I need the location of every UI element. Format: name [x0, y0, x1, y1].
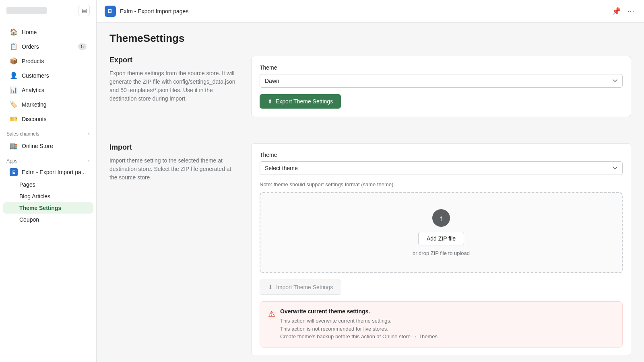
orders-icon: 📋	[10, 43, 18, 50]
sales-channels-section[interactable]: Sales channels ›	[0, 126, 96, 138]
topbar-title: ExIm - Export Import pages	[120, 8, 188, 14]
sales-channels-label: Sales channels	[6, 131, 39, 137]
main-content: ThemeSettings Export Export theme settin…	[97, 23, 644, 362]
exim-app-icon: E	[10, 168, 18, 176]
export-theme-select[interactable]: Dawn Debut Brooklyn Narrative	[260, 74, 623, 88]
orders-badge: 5	[78, 43, 87, 50]
sidebar-item-discounts-label: Discounts	[22, 116, 46, 122]
topbar: EI ExIm - Export Import pages 📌 ⋯	[97, 0, 644, 23]
sidebar-item-theme-settings-label: Theme Settings	[19, 205, 61, 211]
sidebar-nav: 🏠 Home 📋 Orders 5 📦 Products 👤 Customers…	[0, 21, 96, 229]
import-theme-select[interactable]: Select theme Dawn Debut Brooklyn	[260, 161, 623, 175]
sidebar-item-marketing[interactable]: 🏷️ Marketing	[3, 97, 93, 111]
apps-section[interactable]: Apps ›	[0, 153, 96, 165]
export-heading: Export	[109, 56, 238, 64]
sidebar-item-blog-articles[interactable]: Blog Articles	[3, 191, 93, 202]
sidebar-item-home[interactable]: 🏠 Home	[3, 25, 93, 39]
analytics-icon: 📊	[10, 86, 18, 94]
import-info: Import Import theme setting to the selec…	[109, 143, 238, 356]
export-button-icon: ⬆	[268, 98, 272, 105]
sidebar-item-theme-settings[interactable]: Theme Settings	[3, 202, 93, 214]
warning-title: Overwrite current theme settings.	[280, 308, 438, 315]
sidebar-item-customers-label: Customers	[22, 72, 49, 79]
add-zip-button[interactable]: Add ZIP file	[418, 232, 464, 245]
import-description: Import theme setting to the selected the…	[109, 156, 238, 182]
sidebar-item-marketing-label: Marketing	[22, 101, 46, 108]
warning-content: Overwrite current theme settings. This a…	[280, 308, 438, 341]
sidebar-item-exim-label: ExIm - Export Import pa...	[22, 169, 86, 175]
warning-header: ⚠ Overwrite current theme settings. This…	[268, 308, 614, 341]
sidebar-item-online-store-label: Online Store	[22, 143, 53, 149]
import-section: Import Import theme setting to the selec…	[109, 143, 631, 356]
import-button-icon: ⬇	[268, 284, 273, 290]
export-info: Export Export theme settings from the so…	[109, 56, 238, 117]
export-card: Theme Dawn Debut Brooklyn Narrative ⬆ Ex…	[251, 56, 631, 117]
import-theme-label: Theme	[260, 152, 623, 158]
marketing-icon: 🏷️	[10, 101, 18, 108]
topbar-app-icon: EI	[105, 6, 116, 17]
sidebar-item-customers[interactable]: 👤 Customers	[3, 68, 93, 82]
sidebar-item-analytics[interactable]: 📊 Analytics	[3, 83, 93, 97]
sidebar-item-pages-label: Pages	[19, 181, 35, 188]
import-button[interactable]: ⬇ Import Theme Settings	[260, 280, 341, 295]
chevron-right-icon: ›	[88, 131, 90, 137]
warning-line-2: This action is not recommended for live …	[280, 325, 438, 333]
sidebar-toggle-button[interactable]: ▤	[78, 5, 90, 16]
section-divider	[109, 130, 631, 130]
import-card: Theme Select theme Dawn Debut Brooklyn N…	[251, 143, 631, 356]
online-store-icon: 🏬	[10, 142, 18, 150]
sidebar-item-online-store[interactable]: 🏬 Online Store	[3, 139, 93, 153]
file-drop-zone[interactable]: ↑ Add ZIP file or drop ZIP file to uploa…	[260, 192, 623, 273]
topbar-actions: 📌 ⋯	[610, 5, 636, 17]
sidebar-item-products-label: Products	[22, 58, 44, 64]
export-theme-label: Theme	[260, 64, 623, 71]
products-icon: 📦	[10, 57, 18, 65]
home-icon: 🏠	[10, 28, 18, 36]
export-description: Export theme settings from the source st…	[109, 69, 238, 103]
page-title: ThemeSettings	[109, 32, 631, 45]
sidebar-item-orders[interactable]: 📋 Orders 5	[3, 39, 93, 53]
export-button-label: Export Theme Settings	[276, 98, 333, 105]
add-zip-label: Add ZIP file	[427, 235, 456, 242]
sidebar-header: ▤	[0, 0, 96, 21]
sidebar-item-pages[interactable]: Pages	[3, 179, 93, 190]
import-button-label: Import Theme Settings	[276, 284, 333, 290]
warning-line-3: Create theme's backup before this action…	[280, 333, 438, 341]
pin-button[interactable]: 📌	[610, 5, 622, 17]
sidebar-item-exim-app[interactable]: E ExIm - Export Import pa...	[3, 166, 93, 179]
export-button[interactable]: ⬆ Export Theme Settings	[260, 94, 341, 109]
import-heading: Import	[109, 143, 238, 152]
warning-box: ⚠ Overwrite current theme settings. This…	[260, 301, 623, 348]
sidebar-item-orders-label: Orders	[22, 43, 39, 50]
customers-icon: 👤	[10, 72, 18, 79]
sidebar-item-home-label: Home	[22, 29, 37, 35]
export-section: Export Export theme settings from the so…	[109, 56, 631, 117]
apps-chevron-right-icon: ›	[88, 158, 90, 164]
import-theme-note: Note: theme should support settings form…	[260, 181, 623, 187]
upload-icon: ↑	[432, 209, 450, 227]
warning-icon: ⚠	[268, 309, 275, 319]
apps-label: Apps	[6, 158, 17, 164]
sidebar-item-coupon[interactable]: Coupon	[3, 214, 93, 225]
store-name-placeholder	[6, 7, 47, 14]
warning-line-1: This action will overwrite current theme…	[280, 317, 438, 325]
more-options-button[interactable]: ⋯	[625, 5, 636, 17]
sidebar-item-discounts[interactable]: 🎫 Discounts	[3, 112, 93, 126]
sidebar-item-analytics-label: Analytics	[22, 87, 44, 93]
sidebar-item-products[interactable]: 📦 Products	[3, 54, 93, 68]
drop-label: or drop ZIP file to upload	[413, 250, 470, 256]
sidebar: ▤ 🏠 Home 📋 Orders 5 📦 Products 👤 Custome…	[0, 0, 97, 362]
sidebar-item-blog-articles-label: Blog Articles	[19, 193, 50, 200]
sidebar-item-coupon-label: Coupon	[19, 216, 39, 223]
discounts-icon: 🎫	[10, 115, 18, 123]
